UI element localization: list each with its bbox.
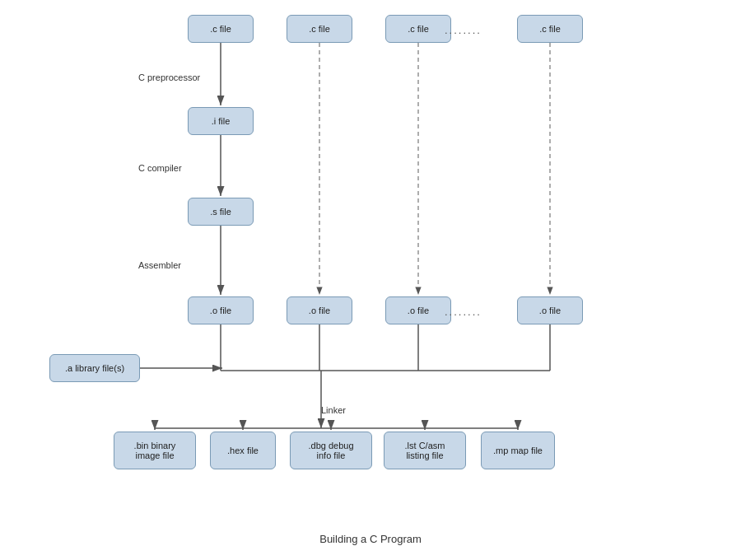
diagram-title: Building a C Program: [0, 533, 741, 545]
dots-dots2: ........: [445, 306, 482, 318]
box-c2: .c file: [287, 15, 352, 43]
box-mp: .mp map file: [481, 432, 555, 469]
box-c1: .c file: [188, 15, 254, 43]
box-hex: .hex file: [210, 432, 276, 469]
box-o2: .o file: [287, 296, 352, 324]
box-c3: .c file: [385, 15, 451, 43]
box-o3: .o file: [385, 296, 451, 324]
box-bin: .bin binary image file: [114, 432, 196, 469]
box-lst: .lst C/asm listing file: [384, 432, 466, 469]
box-o1: .o file: [188, 296, 254, 324]
label-lbl_cpp: C preprocessor: [138, 72, 200, 82]
label-lbl_lnk: Linker: [321, 405, 346, 415]
box-s1: .s file: [188, 198, 254, 226]
box-i1: .i file: [188, 107, 254, 135]
arrows-svg: [0, 0, 741, 560]
box-dbg: .dbg debug info file: [290, 432, 372, 469]
diagram-container: .c file.c file.c file.c file.i file.s fi…: [0, 0, 741, 560]
dots-dots1: ........: [445, 24, 482, 36]
box-lib: .a library file(s): [49, 354, 140, 382]
label-lbl_cc: C compiler: [138, 163, 182, 173]
box-c4: .c file: [517, 15, 583, 43]
label-lbl_asm: Assembler: [138, 260, 181, 270]
box-o4: .o file: [517, 296, 583, 324]
